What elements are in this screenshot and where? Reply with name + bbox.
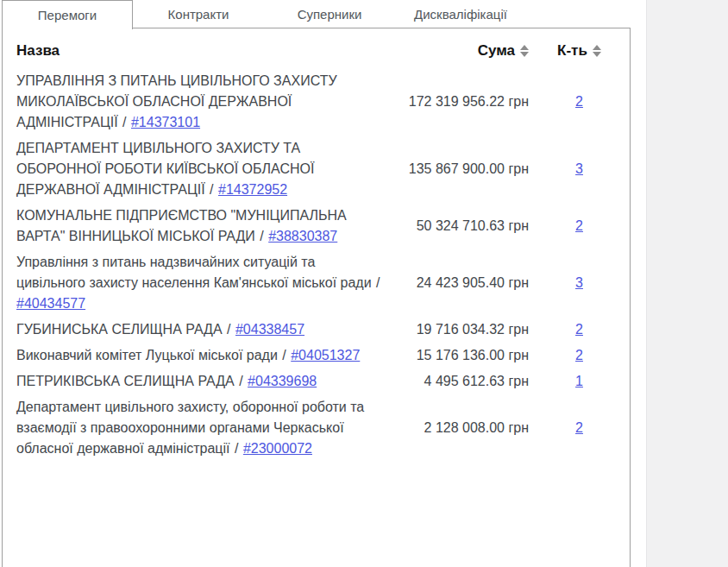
- name-code-separator: /: [227, 322, 230, 337]
- count-link[interactable]: 2: [575, 322, 583, 337]
- tab-label: Дискваліфікації: [414, 7, 507, 22]
- name-code-separator: /: [282, 348, 286, 362]
- table-row: Управління з питань надзвичайних ситуаці…: [3, 249, 630, 317]
- table-row: ПЕТРИКІВСЬКА СЕЛИЩНА РАДА / #04339698 4 …: [3, 369, 630, 394]
- tab-disqualifications[interactable]: Дискваліфікації: [395, 0, 526, 28]
- sum-value: 24 423 905.40 грн: [391, 249, 529, 317]
- sum-value: 19 716 034.32 грн: [391, 317, 529, 343]
- results-panel: Назва Сума К-ть: [2, 28, 631, 567]
- entity-code-link[interactable]: #04051327: [291, 348, 360, 362]
- count-link[interactable]: 3: [575, 275, 583, 290]
- entity-name: ПЕТРИКІВСЬКА СЕЛИЩНА РАДА: [16, 374, 235, 388]
- entity-code-link[interactable]: #04339698: [248, 374, 317, 388]
- page: Перемоги Контракти Суперники Дискваліфік…: [0, 0, 728, 567]
- sum-value: 15 176 136.00 грн: [391, 343, 529, 369]
- table-row: ГУБИНИСЬКА СЕЛИЩНА РАДА / #04338457 19 7…: [3, 317, 630, 343]
- tab-wins[interactable]: Перемоги: [2, 0, 133, 29]
- entity-code-link[interactable]: #14372952: [218, 182, 287, 197]
- table-row: ДЕПАРТАМЕНТ ЦИВІЛЬНОГО ЗАХИСТУ ТА ОБОРОН…: [3, 135, 630, 203]
- column-header-sum-label: Сума: [478, 42, 515, 60]
- count-link[interactable]: 3: [575, 161, 583, 176]
- sum-value: 172 319 956.22 грн: [391, 68, 529, 135]
- table-header-row: Назва Сума К-ть: [3, 28, 630, 68]
- entity-code-link[interactable]: #14373101: [131, 115, 200, 129]
- name-code-separator: /: [122, 115, 126, 129]
- column-header-count-label: К-ть: [557, 42, 587, 60]
- tab-bar: Перемоги Контракти Суперники Дискваліфік…: [2, 0, 631, 28]
- sum-value: 50 324 710.63 грн: [391, 203, 529, 249]
- table-row: КОМУНАЛЬНЕ ПІДПРИЄМСТВО "МУНІЦИПАЛЬНА ВА…: [3, 203, 630, 249]
- name-code-separator: /: [235, 441, 238, 456]
- count-link[interactable]: 2: [575, 420, 583, 435]
- count-link[interactable]: 2: [575, 94, 583, 109]
- name-code-separator: /: [210, 182, 213, 197]
- entity-name: Управління з питань надзвичайних ситуаці…: [16, 255, 372, 290]
- column-header-count[interactable]: К-ть: [529, 28, 630, 68]
- count-link[interactable]: 2: [575, 348, 583, 362]
- entity-name: Виконавчий комітет Луцької міської ради: [16, 348, 278, 362]
- column-header-name: Назва: [3, 28, 391, 68]
- page-background-gutter: [646, 0, 728, 567]
- tab-label: Суперники: [298, 7, 362, 22]
- tab-label: Перемоги: [38, 8, 97, 22]
- entity-code-link[interactable]: #04338457: [235, 322, 304, 337]
- count-link[interactable]: 2: [575, 218, 583, 233]
- tab-label: Контракти: [168, 7, 229, 22]
- count-link[interactable]: 1: [575, 374, 583, 388]
- entity-code-link[interactable]: #23000072: [243, 441, 312, 456]
- tab-contracts[interactable]: Контракти: [133, 0, 264, 28]
- name-code-separator: /: [239, 374, 242, 388]
- results-table: Назва Сума К-ть: [3, 28, 630, 462]
- table-row: Виконавчий комітет Луцької міської ради …: [3, 343, 630, 369]
- table-row: Департамент цивільного захисту, оборонно…: [3, 394, 630, 462]
- table-row: УПРАВЛІННЯ З ПИТАНЬ ЦИВІЛЬНОГО ЗАХИСТУ М…: [3, 68, 630, 135]
- name-code-separator: /: [376, 275, 380, 290]
- entity-name: ГУБИНИСЬКА СЕЛИЩНА РАДА: [16, 322, 223, 337]
- name-code-separator: /: [260, 229, 263, 243]
- sort-icon-sum[interactable]: [520, 45, 529, 57]
- tab-rivals[interactable]: Суперники: [264, 0, 395, 28]
- main-content: Перемоги Контракти Суперники Дискваліфік…: [2, 0, 631, 567]
- sum-value: 2 128 008.00 грн: [391, 394, 529, 462]
- column-header-sum[interactable]: Сума: [391, 28, 529, 68]
- sum-value: 135 867 900.00 грн: [391, 135, 529, 203]
- entity-code-link[interactable]: #38830387: [268, 229, 337, 243]
- entity-code-link[interactable]: #40434577: [16, 296, 85, 311]
- sort-icon-count[interactable]: [593, 45, 601, 57]
- sum-value: 4 495 612.63 грн: [391, 369, 529, 394]
